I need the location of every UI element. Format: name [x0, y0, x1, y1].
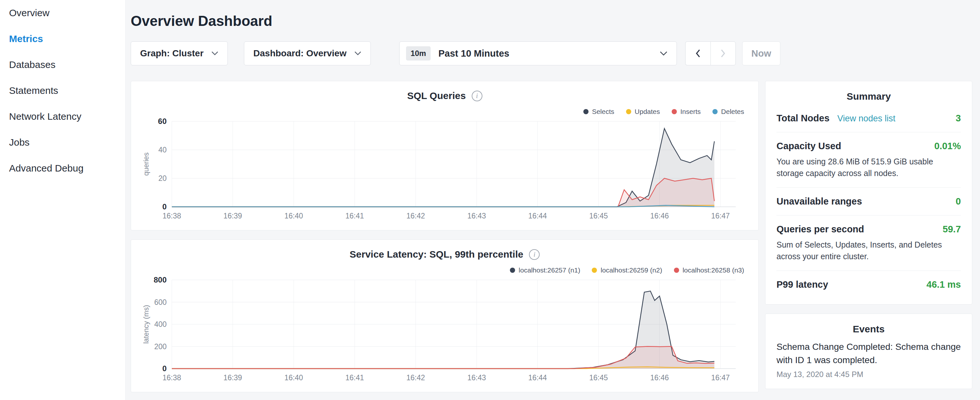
svg-text:0: 0 — [162, 364, 167, 373]
legend-label: localhost:26258 (n3) — [682, 266, 744, 274]
summary-value: 3 — [956, 113, 961, 124]
summary-description: You are using 28.6 MiB of 515.9 GiB usab… — [776, 156, 961, 179]
svg-text:16:42: 16:42 — [406, 373, 425, 382]
chart-legend: localhost:26257 (n1)localhost:26259 (n2)… — [141, 266, 744, 274]
summary-value: 0 — [956, 196, 961, 207]
svg-text:16:44: 16:44 — [528, 212, 547, 220]
legend-item[interactable]: localhost:26258 (n3) — [674, 266, 744, 274]
summary-description: Sum of Selects, Updates, Inserts, and De… — [776, 239, 961, 262]
svg-text:16:39: 16:39 — [224, 212, 242, 220]
svg-text:16:43: 16:43 — [467, 212, 486, 220]
legend-dot-icon — [672, 109, 677, 114]
events-panel: Events Schema Change Completed: Schema c… — [765, 314, 972, 389]
legend-item[interactable]: Selects — [583, 108, 614, 116]
legend-label: Updates — [635, 108, 660, 116]
time-forward-button[interactable] — [711, 41, 736, 65]
sidebar-item-overview[interactable]: Overview — [0, 0, 125, 26]
info-icon[interactable]: i — [472, 91, 482, 101]
event-text: Schema Change Completed: Schema change w… — [776, 341, 961, 367]
sidebar-item-network-latency[interactable]: Network Latency — [0, 104, 125, 129]
graph-scope-label: Graph: Cluster — [140, 48, 204, 59]
dashboard-controls: Graph: Cluster Dashboard: Overview 10m P… — [131, 41, 972, 65]
legend-item[interactable]: Updates — [626, 108, 660, 116]
main-content: Overview Dashboard Graph: Cluster Dashbo… — [126, 0, 980, 400]
summary-row-unavailable-ranges: Unavailable ranges 0 — [776, 188, 961, 215]
summary-label: Capacity Used — [776, 141, 841, 151]
now-button[interactable]: Now — [742, 41, 780, 65]
summary-row-queries-per-second: Queries per second 59.7 Sum of Selects, … — [776, 215, 961, 271]
summary-label: Total Nodes — [776, 113, 830, 123]
svg-text:queries: queries — [142, 153, 150, 176]
svg-text:16:43: 16:43 — [467, 373, 486, 382]
summary-label: P99 latency — [776, 279, 828, 290]
svg-text:16:38: 16:38 — [162, 373, 181, 382]
legend-dot-icon — [674, 268, 679, 273]
chevron-down-icon — [660, 51, 667, 56]
chart-canvas: 16:3816:3916:4016:4116:4216:4316:4416:45… — [141, 276, 749, 386]
sidebar: Overview Metrics Databases Statements Ne… — [0, 0, 126, 400]
legend-dot-icon — [510, 268, 515, 273]
svg-text:16:44: 16:44 — [528, 373, 547, 382]
dashboard-dropdown[interactable]: Dashboard: Overview — [244, 41, 371, 65]
svg-text:16:38: 16:38 — [162, 212, 181, 220]
legend-label: localhost:26257 (n1) — [519, 266, 580, 274]
time-controls: 10m Past 10 Minutes Now — [399, 41, 780, 65]
svg-text:16:45: 16:45 — [589, 212, 608, 220]
time-window-badge: 10m — [406, 46, 431, 61]
svg-text:16:46: 16:46 — [650, 373, 669, 382]
dashboard-body: SQL Queries i SelectsUpdatesInsertsDelet… — [131, 81, 972, 400]
event-timestamp: May 13, 2020 at 4:45 PM — [776, 370, 961, 379]
charts-column: SQL Queries i SelectsUpdatesInsertsDelet… — [131, 81, 759, 400]
event-item[interactable]: Schema Change Completed: Schema change w… — [776, 341, 961, 379]
info-icon[interactable]: i — [529, 249, 540, 260]
time-window-dropdown[interactable]: 10m Past 10 Minutes — [399, 41, 677, 65]
svg-text:16:41: 16:41 — [345, 373, 364, 382]
graph-scope-dropdown[interactable]: Graph: Cluster — [131, 41, 228, 65]
legend-item[interactable]: localhost:26257 (n1) — [510, 266, 580, 274]
summary-value: 0.01% — [934, 141, 961, 151]
chart-plot-area[interactable]: 16:3816:3916:4016:4116:4216:4316:4416:45… — [141, 276, 749, 387]
legend-dot-icon — [592, 268, 597, 273]
service-latency-chart-panel: Service Latency: SQL, 99th percentile i … — [131, 239, 759, 392]
legend-dot-icon — [713, 109, 718, 114]
svg-text:200: 200 — [154, 343, 167, 351]
sidebar-item-databases[interactable]: Databases — [0, 52, 125, 78]
summary-value: 46.1 ms — [927, 279, 961, 290]
svg-text:60: 60 — [158, 117, 167, 126]
chart-legend: SelectsUpdatesInsertsDeletes — [141, 108, 744, 116]
summary-value: 59.7 — [943, 224, 961, 234]
view-nodes-link[interactable]: View nodes list — [837, 113, 896, 123]
sidebar-item-advanced-debug[interactable]: Advanced Debug — [0, 155, 125, 181]
svg-text:800: 800 — [154, 276, 167, 284]
legend-item[interactable]: Inserts — [672, 108, 701, 116]
events-title: Events — [776, 324, 961, 335]
svg-text:16:47: 16:47 — [711, 373, 730, 382]
chart-title: SQL Queries — [407, 90, 466, 101]
chart-title: Service Latency: SQL, 99th percentile — [350, 249, 523, 260]
summary-row-total-nodes: Total Nodes View nodes list 3 — [776, 105, 961, 132]
svg-text:600: 600 — [154, 298, 167, 306]
sidebar-item-jobs[interactable]: Jobs — [0, 129, 125, 155]
right-column: Summary Total Nodes View nodes list 3 Ca… — [765, 81, 972, 389]
svg-text:0: 0 — [162, 202, 167, 211]
legend-label: Deletes — [721, 108, 744, 116]
summary-row-p99-latency: P99 latency 46.1 ms — [776, 271, 961, 295]
time-step-buttons — [685, 41, 736, 65]
time-back-button[interactable] — [685, 41, 711, 65]
chart-plot-area[interactable]: 16:3816:3916:4016:4116:4216:4316:4416:45… — [141, 117, 749, 225]
legend-dot-icon — [626, 109, 631, 114]
legend-item[interactable]: localhost:26259 (n2) — [592, 266, 662, 274]
chevron-down-icon — [354, 51, 361, 56]
svg-text:16:41: 16:41 — [345, 212, 364, 220]
legend-item[interactable]: Deletes — [713, 108, 744, 116]
svg-text:latency (ms): latency (ms) — [142, 305, 150, 344]
svg-text:16:40: 16:40 — [285, 373, 303, 382]
chevron-right-icon — [721, 49, 725, 57]
time-window-label: Past 10 Minutes — [438, 48, 509, 59]
svg-text:16:46: 16:46 — [650, 212, 669, 220]
svg-text:16:40: 16:40 — [285, 212, 303, 220]
sidebar-item-statements[interactable]: Statements — [0, 78, 125, 104]
legend-label: Selects — [592, 108, 614, 116]
sidebar-item-metrics[interactable]: Metrics — [0, 26, 125, 52]
dashboard-label: Dashboard: Overview — [253, 48, 347, 59]
